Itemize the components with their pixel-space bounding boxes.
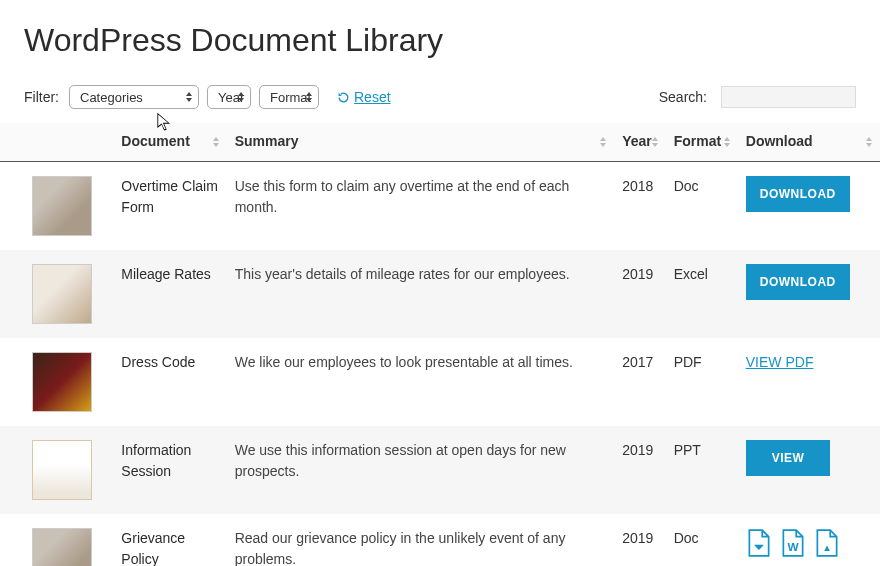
download-button[interactable]: DOWNLOAD: [746, 264, 850, 300]
filter-label: Filter:: [24, 89, 59, 105]
page-title: WordPress Document Library: [24, 22, 880, 59]
svg-text:W: W: [787, 540, 799, 553]
reset-label: Reset: [354, 89, 391, 105]
sort-icon: [600, 137, 606, 147]
download-button[interactable]: DOWNLOAD: [746, 176, 850, 212]
word-file-icon[interactable]: W: [780, 528, 806, 558]
table-row: Grievance PolicyRead our grievance polic…: [0, 514, 880, 566]
summary-cell: Read our grievance policy in the unlikel…: [227, 514, 614, 566]
sort-icon: [213, 137, 219, 147]
summary-cell: This year's details of mileage rates for…: [227, 250, 614, 338]
table-row: Overtime Claim FormUse this form to clai…: [0, 162, 880, 251]
controls-row: Filter: Categories Year Format Reset Sea…: [0, 85, 880, 109]
year-cell: 2018: [614, 162, 666, 251]
filter-year-select[interactable]: Year: [207, 85, 251, 109]
image-file-icon[interactable]: ▲: [814, 528, 840, 558]
reset-icon: [337, 91, 350, 104]
format-cell: Doc: [666, 514, 738, 566]
sort-icon: [866, 137, 872, 147]
year-cell: 2017: [614, 338, 666, 426]
table-row: Information SessionWe use this informati…: [0, 426, 880, 514]
search-label: Search:: [659, 89, 707, 105]
column-format[interactable]: Format: [666, 123, 738, 162]
format-cell: PDF: [666, 338, 738, 426]
filter-categories-select[interactable]: Categories: [69, 85, 199, 109]
filter-categories-value: Categories: [80, 90, 143, 105]
table-row: Dress CodeWe like our employees to look …: [0, 338, 880, 426]
thumbnail[interactable]: [32, 352, 92, 412]
view-button[interactable]: VIEW: [746, 440, 831, 476]
year-cell: 2019: [614, 426, 666, 514]
summary-cell: We like our employees to look presentabl…: [227, 338, 614, 426]
reset-link[interactable]: Reset: [337, 89, 391, 105]
column-document[interactable]: Document: [113, 123, 226, 162]
download-cell: DOWNLOAD: [738, 250, 880, 338]
format-cell: Doc: [666, 162, 738, 251]
document-name: Information Session: [113, 426, 226, 514]
year-cell: 2019: [614, 250, 666, 338]
document-name: Grievance Policy: [113, 514, 226, 566]
download-cell: ⏷W▲: [738, 514, 880, 566]
format-cell: PPT: [666, 426, 738, 514]
year-cell: 2019: [614, 514, 666, 566]
updown-icon: [186, 92, 192, 102]
filter-format-value: Format: [270, 90, 311, 105]
pdf-file-icon[interactable]: ⏷: [746, 528, 772, 558]
download-link[interactable]: VIEW PDF: [746, 354, 814, 370]
download-cell: VIEW PDF: [738, 338, 880, 426]
updown-icon: [306, 92, 312, 102]
document-name: Overtime Claim Form: [113, 162, 226, 251]
format-cell: Excel: [666, 250, 738, 338]
document-table: Document Summary Year Format Download Ov…: [0, 123, 880, 566]
svg-text:▲: ▲: [822, 542, 832, 553]
summary-cell: Use this form to claim any overtime at t…: [227, 162, 614, 251]
thumbnail[interactable]: [32, 440, 92, 500]
filter-format-select[interactable]: Format: [259, 85, 319, 109]
document-name: Mileage Rates: [113, 250, 226, 338]
column-year[interactable]: Year: [614, 123, 666, 162]
column-download[interactable]: Download: [738, 123, 880, 162]
thumbnail[interactable]: [32, 264, 92, 324]
thumbnail[interactable]: [32, 176, 92, 236]
column-thumbnail: [0, 123, 113, 162]
table-row: Mileage RatesThis year's details of mile…: [0, 250, 880, 338]
summary-cell: We use this information session at open …: [227, 426, 614, 514]
download-cell: VIEW: [738, 426, 880, 514]
sort-icon: [724, 137, 730, 147]
sort-icon: [652, 137, 658, 147]
updown-icon: [238, 92, 244, 102]
search-input[interactable]: [721, 86, 856, 108]
svg-text:⏷: ⏷: [753, 540, 765, 553]
column-summary[interactable]: Summary: [227, 123, 614, 162]
download-cell: DOWNLOAD: [738, 162, 880, 251]
thumbnail[interactable]: [32, 528, 92, 566]
document-name: Dress Code: [113, 338, 226, 426]
